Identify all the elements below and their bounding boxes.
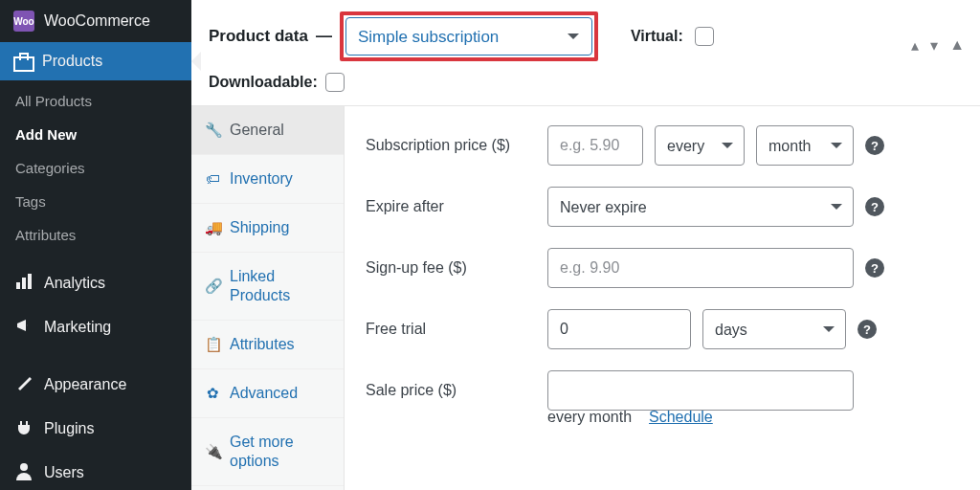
- panel-down-icon[interactable]: ▾: [930, 36, 938, 55]
- list-icon: 📋: [205, 336, 220, 354]
- tab-general[interactable]: 🔧 General: [191, 106, 344, 155]
- sidebar-sub-attributes[interactable]: Attributes: [0, 218, 191, 252]
- sidebar-item-marketing[interactable]: Marketing: [0, 305, 191, 349]
- admin-sidebar: Woo WooCommerce Products All Products Ad…: [0, 0, 191, 490]
- tab-inventory-label: Inventory: [230, 169, 293, 189]
- downloadable-label: Downloadable:: [209, 74, 318, 91]
- truck-icon: 🚚: [205, 219, 220, 237]
- tag-icon: 🏷: [205, 170, 220, 189]
- panel-header: Product data — Simple subscription Virtu…: [191, 0, 980, 106]
- sidebar-sub-tags[interactable]: Tags: [0, 185, 191, 218]
- appearance-label: Appearance: [44, 376, 126, 393]
- marketing-label: Marketing: [44, 319, 111, 336]
- panel-collapse-icon[interactable]: ▲: [949, 36, 965, 55]
- help-icon[interactable]: ?: [858, 320, 877, 339]
- tab-shipping[interactable]: 🚚 Shipping: [191, 204, 344, 253]
- plug-icon: [13, 417, 34, 440]
- tab-shipping-label: Shipping: [230, 218, 289, 237]
- virtual-label: Virtual:: [631, 28, 683, 45]
- billing-interval-select[interactable]: every: [655, 125, 745, 166]
- tab-get-more[interactable]: 🔌 Get more options: [191, 418, 344, 486]
- sidebar-sub-categories[interactable]: Categories: [0, 151, 191, 185]
- sidebar-item-users[interactable]: Users: [0, 451, 191, 490]
- sale-price-label: Sale price ($): [366, 382, 547, 399]
- products-submenu: All Products Add New Categories Tags Att…: [0, 80, 191, 261]
- sidebar-sub-all-products[interactable]: All Products: [0, 84, 191, 118]
- brush-icon: [13, 373, 34, 396]
- schedule-link[interactable]: Schedule: [649, 409, 713, 426]
- free-trial-unit-select[interactable]: days: [702, 309, 846, 349]
- billing-period-select[interactable]: month: [756, 125, 854, 166]
- expire-after-label: Expire after: [366, 198, 547, 215]
- virtual-checkbox[interactable]: [695, 27, 714, 46]
- product-data-title: Product data: [209, 27, 308, 46]
- users-label: Users: [44, 464, 84, 481]
- wrench-icon: 🔧: [205, 122, 220, 140]
- link-icon: 🔗: [205, 278, 220, 296]
- tab-attributes[interactable]: 📋 Attributes: [191, 321, 344, 369]
- free-trial-input[interactable]: [547, 309, 691, 349]
- product-data-tabs: 🔧 General 🏷 Inventory 🚚 Shipping 🔗 Linke…: [191, 106, 345, 490]
- sidebar-item-appearance[interactable]: Appearance: [0, 363, 191, 407]
- svg-rect-0: [16, 282, 20, 289]
- sale-price-note: every month: [547, 409, 632, 426]
- plug-small-icon: 🔌: [205, 443, 220, 461]
- woocommerce-label: WooCommerce: [44, 12, 150, 30]
- svg-rect-1: [22, 278, 26, 289]
- free-trial-label: Free trial: [366, 321, 547, 338]
- signup-fee-label: Sign-up fee ($): [366, 259, 547, 277]
- dash: —: [316, 27, 332, 46]
- help-icon[interactable]: ?: [865, 136, 884, 155]
- tab-inventory[interactable]: 🏷 Inventory: [191, 155, 344, 204]
- gear-icon: ✿: [205, 385, 220, 403]
- general-fields: Subscription price ($) every month ? Exp…: [345, 106, 980, 490]
- tab-attributes-label: Attributes: [230, 335, 295, 354]
- tab-linked-products[interactable]: 🔗 Linked Products: [191, 253, 344, 321]
- svg-rect-2: [28, 274, 32, 289]
- help-icon[interactable]: ?: [865, 258, 884, 278]
- product-data-panel: Product data — Simple subscription Virtu…: [191, 0, 980, 490]
- sidebar-sub-add-new[interactable]: Add New: [0, 118, 191, 151]
- tab-advanced-label: Advanced: [230, 384, 298, 403]
- signup-fee-input[interactable]: [547, 248, 854, 288]
- megaphone-icon: [13, 316, 34, 339]
- products-icon: [13, 53, 33, 70]
- product-type-highlight: Simple subscription: [340, 11, 598, 61]
- svg-point-3: [20, 463, 28, 471]
- analytics-label: Analytics: [44, 275, 105, 292]
- subscription-price-label: Subscription price ($): [366, 137, 547, 154]
- expire-after-select[interactable]: Never expire: [547, 187, 854, 227]
- user-icon: [13, 461, 34, 484]
- sidebar-item-woocommerce[interactable]: Woo WooCommerce: [0, 0, 191, 42]
- sidebar-item-plugins[interactable]: Plugins: [0, 407, 191, 451]
- products-label: Products: [42, 53, 102, 70]
- tab-advanced[interactable]: ✿ Advanced: [191, 369, 344, 418]
- analytics-icon: [13, 272, 34, 295]
- tab-linked-label: Linked Products: [230, 267, 330, 305]
- tab-more-label: Get more options: [230, 433, 330, 471]
- plugins-label: Plugins: [44, 420, 94, 437]
- sale-price-input[interactable]: [547, 370, 854, 411]
- subscription-price-input[interactable]: [547, 125, 643, 166]
- woocommerce-icon: Woo: [13, 11, 34, 32]
- help-icon[interactable]: ?: [865, 197, 884, 216]
- product-type-select[interactable]: Simple subscription: [345, 17, 592, 56]
- downloadable-checkbox[interactable]: [325, 73, 345, 92]
- tab-general-label: General: [230, 121, 284, 140]
- sidebar-item-products[interactable]: Products: [0, 42, 191, 80]
- panel-up-icon[interactable]: ▴: [911, 36, 919, 55]
- sidebar-item-analytics[interactable]: Analytics: [0, 261, 191, 305]
